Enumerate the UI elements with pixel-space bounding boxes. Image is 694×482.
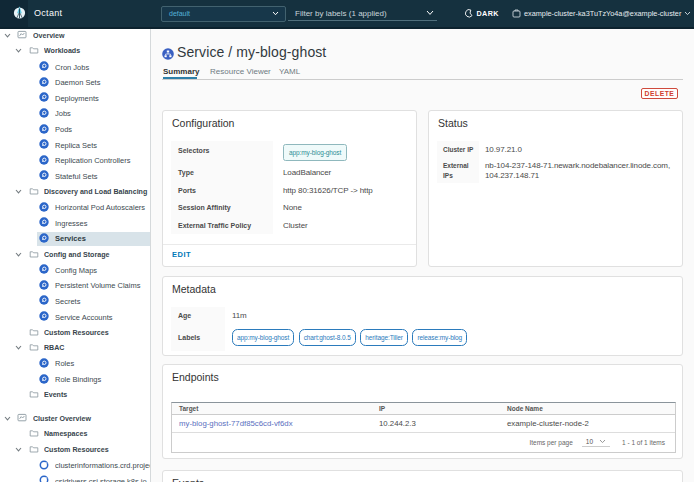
icon-wrap [39,311,49,323]
sidebar-item-label: Config and Storage [44,251,151,259]
icon-wrap [29,328,39,338]
resource-icon [39,233,49,243]
sidebar-item-role-bindings[interactable]: Role Bindings [0,372,151,388]
sidebar-item-csidrivers-csi-storage-k8s-io[interactable]: csidrivers.csi.storage.k8s.io [0,473,151,482]
configuration-card-title: Configuration [172,117,234,129]
sidebar-item-events[interactable]: Events [0,387,151,403]
sidebar-item-overview[interactable]: Overview [0,29,151,44]
sidebar-item-daemon-sets[interactable]: Daemon Sets [0,75,151,91]
page-size-select[interactable]: 10 [582,438,610,447]
sidebar-item-secrets[interactable]: Secrets [0,294,151,310]
delete-button[interactable]: DELETE [641,88,678,99]
sidebar-item-namespaces[interactable]: Namespaces [0,427,151,443]
endpoints-table-body: my-blog-ghost-77df85c6cd-vf6dx10.244.2.3… [172,415,675,433]
sidebar-nav: OverviewWorkloadsCron JobsDaemon SetsDep… [0,29,151,482]
tab-resource-viewer[interactable]: Resource Viewer [210,67,271,76]
icon-wrap [39,124,49,136]
resource-icon [39,280,49,290]
cluster-selector[interactable]: example-cluster-ka3TuTzYo4a@example-clus… [512,0,691,27]
sidebar-item-label: RBAC [44,344,151,352]
sidebar-item-service-accounts[interactable]: Service Accounts [0,309,151,325]
sidebar-item-persistent-volume-claims[interactable]: Persistent Volume Claims [0,278,151,294]
events-card-title: Events [172,477,204,482]
sidebar-item-jobs[interactable]: Jobs [0,106,151,122]
sidebar-item-label: Jobs [55,109,151,118]
column-header-ip[interactable]: IP [372,403,500,414]
column-header-node-name[interactable]: Node Name [500,403,675,414]
sidebar-item-stateful-sets[interactable]: Stateful Sets [0,169,151,185]
label-chip[interactable]: chart:ghost-8.0.5 [299,329,356,346]
column-header-target[interactable]: Target [172,403,372,414]
sidebar-item-workloads[interactable]: Workloads [0,44,151,60]
chevron-down-icon [15,345,22,350]
sidebar-item-rbac[interactable]: RBAC [0,341,151,357]
chevron-wrap [4,32,11,40]
cell-ip: 10.244.2.3 [372,415,500,432]
label-chip[interactable]: release:my-blog [412,329,467,346]
row-label: Type [171,165,273,182]
sidebar-item-label: Cluster Overview [33,415,151,423]
icon-wrap [39,92,49,104]
sidebar-item-label: Daemon Sets [55,78,151,87]
chevron-wrap [15,251,22,259]
chevron-down-icon [4,33,11,38]
row-label: External IPs [437,159,479,184]
chevron-down-icon [15,48,22,53]
sidebar-item-label: Ingresses [55,219,151,228]
endpoints-card-title: Endpoints [172,371,219,383]
label-chip[interactable]: heritage:Tiller [360,329,408,346]
label-filter-input[interactable]: Filter by labels (1 applied) [288,6,437,21]
icon-wrap [29,343,39,353]
row-value: app:my-blog-ghostchart:ghost-8.0.5herita… [225,325,472,351]
custom-resource-icon [39,460,49,470]
resource-icon [39,170,49,180]
row-value: 10.97.21.0 [479,141,674,159]
sidebar-item-cluster-overview[interactable]: Cluster Overview [0,411,151,427]
tab-summary[interactable]: Summary [163,67,199,76]
status-card-title: Status [438,117,468,129]
sidebar-item-config-and-storage[interactable]: Config and Storage [0,247,151,263]
endpoint-target-link[interactable]: my-blog-ghost-77df85c6cd-vf6dx [179,419,293,428]
icon-wrap [39,77,49,89]
icon-wrap [17,413,27,424]
page-size-value: 10 [586,438,593,445]
icon-wrap [39,170,49,182]
sidebar-item-deployments[interactable]: Deployments [0,91,151,107]
chevron-down-icon [684,11,691,16]
icon-wrap [39,61,49,73]
sidebar-item-label: clusterinformations.crd.projectcalico.or… [55,461,151,470]
sidebar-item-clusterinformations-crd-projectcalico-org[interactable]: clusterinformations.crd.projectcalico.or… [0,458,151,474]
summary-row: Portshttp 80:31626/TCP -> http [171,182,408,199]
sidebar-item-replication-controllers[interactable]: Replication Controllers [0,153,151,169]
sidebar-item-config-maps[interactable]: Config Maps [0,262,151,278]
namespace-dropdown[interactable]: default [161,6,286,22]
icon-wrap [39,264,49,276]
sidebar-item-horizontal-pod-autoscalers[interactable]: Horizontal Pod Autoscalers [0,200,151,216]
folder-icon [29,187,39,195]
tab-yaml[interactable]: YAML [279,67,300,76]
sidebar-item-label: Workloads [44,47,151,55]
sidebar-item-custom-resources[interactable]: Custom Resources [0,442,151,458]
selector-chip[interactable]: app:my-blog-ghost [283,144,347,161]
row-label: Cluster IP [437,141,479,159]
row-label: Session Affinity [171,199,273,216]
sidebar-list: OverviewWorkloadsCron JobsDaemon SetsDep… [0,29,151,482]
row-value: LoadBalancer [273,165,331,182]
folder-icon [29,328,39,336]
sidebar-item-ingresses[interactable]: Ingresses [0,216,151,232]
configuration-divider [163,244,416,245]
theme-toggle-button[interactable]: DARK [465,0,499,27]
sidebar-item-custom-resources[interactable]: Custom Resources [0,325,151,341]
sidebar-item-label: Stateful Sets [55,172,151,181]
sidebar-item-replica-sets[interactable]: Replica Sets [0,137,151,153]
sidebar-item-pods[interactable]: Pods [0,122,151,138]
label-chip[interactable]: app:my-blog-ghost [232,329,294,346]
sidebar-item-label: Replication Controllers [55,156,151,165]
sidebar-item-cron-jobs[interactable]: Cron Jobs [0,59,151,75]
edit-link[interactable]: EDIT [172,250,191,259]
label-filter-text: Filter by labels (1 applied) [295,9,426,18]
icon-wrap [39,374,49,386]
sidebar-item-services[interactable]: Services [0,231,151,247]
sidebar-item-roles[interactable]: Roles [0,356,151,372]
sidebar-item-discovery-and-load-balancing[interactable]: Discovery and Load Balancing [0,184,151,200]
